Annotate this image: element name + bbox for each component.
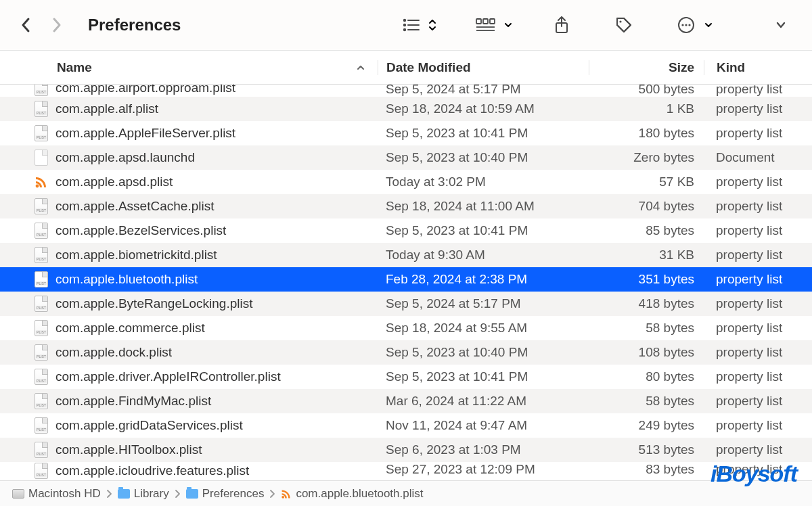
path-item[interactable]: Library: [118, 487, 169, 501]
file-size: 249 bytes: [589, 418, 704, 433]
path-label: com.apple.bluetooth.plist: [296, 487, 423, 501]
file-size: 85 bytes: [589, 223, 704, 238]
file-date: Sep 18, 2024 at 11:00 AM: [378, 199, 589, 214]
file-name: com.apple.AppleFileServer.plist: [55, 126, 235, 141]
path-separator: [269, 489, 275, 499]
svg-rect-6: [476, 19, 481, 24]
file-name: com.apple.gridDataServices.plist: [55, 418, 243, 433]
file-kind: property list: [704, 272, 812, 287]
file-kind: property list: [704, 296, 812, 311]
file-kind: Document: [704, 150, 812, 165]
chevron-down-icon: [704, 21, 713, 29]
header-name-label: Name: [57, 60, 92, 75]
grid-group-icon: [471, 10, 501, 40]
header-date[interactable]: Date Modified: [378, 60, 589, 75]
path-item[interactable]: Preferences: [186, 487, 265, 501]
more-actions-button[interactable]: [671, 10, 713, 40]
file-kind: property list: [704, 126, 812, 141]
file-list[interactable]: com.apple.airport.opproam.plistSep 5, 20…: [0, 85, 812, 480]
svg-point-15: [685, 24, 687, 26]
file-row[interactable]: com.apple.commerce.plistSep 18, 2024 at …: [0, 316, 812, 340]
file-date: Sep 5, 2023 at 10:41 PM: [378, 126, 589, 141]
path-bar: Macintosh HDLibraryPreferencescom.apple.…: [0, 480, 812, 506]
group-by-control[interactable]: [471, 10, 513, 40]
plist-file-icon: [34, 319, 49, 337]
header-kind[interactable]: Kind: [704, 60, 812, 75]
file-date: Today at 3:02 PM: [378, 175, 589, 189]
svg-point-17: [36, 185, 39, 188]
file-row[interactable]: com.apple.gridDataServices.plistNov 11, …: [0, 413, 812, 438]
file-size: 108 bytes: [589, 345, 704, 360]
file-name: com.apple.BezelServices.plist: [55, 223, 226, 238]
share-button[interactable]: [547, 10, 577, 40]
hard-drive-icon: [12, 489, 24, 499]
file-kind: property list: [704, 442, 812, 457]
path-label: Macintosh HD: [28, 487, 101, 501]
file-kind: property list: [704, 85, 812, 97]
file-row[interactable]: com.apple.BezelServices.plistSep 5, 2023…: [0, 218, 812, 243]
view-mode-control[interactable]: [397, 10, 437, 40]
file-date: Sep 27, 2023 at 12:09 PM: [378, 462, 589, 477]
plist-file-icon: [34, 222, 49, 239]
file-row[interactable]: com.apple.driver.AppleIRController.plist…: [0, 365, 812, 389]
file-name-cell: com.apple.AssetCache.plist: [0, 198, 378, 215]
file-row[interactable]: com.apple.AssetCache.plistSep 18, 2024 a…: [0, 194, 812, 218]
file-kind: property list: [704, 462, 812, 477]
header-size[interactable]: Size: [589, 60, 704, 75]
file-size: 80 bytes: [589, 369, 704, 384]
file-kind: property list: [704, 321, 812, 336]
file-name: com.apple.apsd.launchd: [55, 150, 195, 165]
file-size: 500 bytes: [589, 85, 704, 97]
file-name: com.apple.airport.opproam.plist: [55, 85, 235, 95]
file-row[interactable]: com.apple.bluetooth.plistFeb 28, 2024 at…: [0, 267, 812, 292]
svg-point-0: [404, 20, 405, 21]
file-kind: property list: [704, 101, 812, 116]
file-name-cell: com.apple.AppleFileServer.plist: [0, 124, 378, 142]
file-name: com.apple.driver.AppleIRController.plist: [55, 369, 281, 384]
file-name: com.apple.HIToolbox.plist: [55, 442, 202, 457]
tags-button[interactable]: [609, 10, 639, 40]
file-row[interactable]: com.apple.dock.plistSep 5, 2023 at 10:40…: [0, 340, 812, 365]
file-date: Today at 9:30 AM: [378, 248, 589, 262]
plist-file-icon: [34, 344, 49, 361]
file-name: com.apple.ByteRangeLocking.plist: [55, 296, 253, 311]
file-size: 58 bytes: [589, 394, 704, 409]
file-row[interactable]: com.apple.AppleFileServer.plistSep 5, 20…: [0, 121, 812, 145]
file-row[interactable]: com.apple.alf.plistSep 18, 2024 at 10:59…: [0, 97, 812, 121]
list-view-icon: [397, 10, 426, 40]
ellipsis-circle-icon: [671, 10, 701, 40]
back-button[interactable]: [16, 13, 35, 37]
svg-point-4: [404, 29, 405, 30]
file-name-cell: com.apple.BezelServices.plist: [0, 222, 378, 239]
search-toggle-button[interactable]: [766, 10, 796, 40]
file-row[interactable]: com.apple.apsd.plistToday at 3:02 PM57 K…: [0, 170, 812, 194]
plist-file-icon: [34, 462, 49, 480]
file-name-cell: com.apple.airport.opproam.plist: [0, 85, 378, 97]
plist-file-icon: [34, 417, 49, 434]
path-item[interactable]: Macintosh HD: [12, 487, 101, 501]
file-row[interactable]: com.apple.ByteRangeLocking.plistSep 5, 2…: [0, 292, 812, 316]
file-name: com.apple.AssetCache.plist: [55, 199, 214, 214]
file-name-cell: com.apple.driver.AppleIRController.plist: [0, 368, 378, 386]
header-name[interactable]: Name: [0, 60, 378, 75]
file-row[interactable]: com.apple.apsd.launchdSep 5, 2023 at 10:…: [0, 145, 812, 170]
file-name: com.apple.apsd.plist: [55, 175, 173, 189]
file-date: Sep 5, 2023 at 10:40 PM: [378, 345, 589, 360]
file-row[interactable]: com.apple.biometrickitd.plistToday at 9:…: [0, 243, 812, 267]
file-row[interactable]: com.apple.icloudrive.features.plistSep 2…: [0, 462, 812, 480]
forward-button[interactable]: [47, 13, 66, 37]
column-headers: Name Date Modified Size Kind: [0, 51, 812, 85]
svg-point-12: [619, 20, 621, 22]
plist-file-icon: [34, 441, 49, 459]
file-row[interactable]: com.apple.HIToolbox.plistSep 6, 2023 at …: [0, 438, 812, 462]
file-kind: property list: [704, 175, 812, 189]
file-row[interactable]: com.apple.airport.opproam.plistSep 5, 20…: [0, 85, 812, 97]
chevron-right-icon: [51, 16, 63, 34]
plist-file-icon: [34, 295, 49, 313]
file-size: 513 bytes: [589, 442, 704, 457]
file-name-cell: com.apple.ByteRangeLocking.plist: [0, 295, 378, 313]
file-size: 351 bytes: [589, 272, 704, 287]
file-row[interactable]: com.apple.FindMyMac.plistMar 6, 2024 at …: [0, 389, 812, 413]
file-date: Sep 18, 2024 at 9:55 AM: [378, 321, 589, 336]
path-item[interactable]: com.apple.bluetooth.plist: [281, 487, 423, 501]
